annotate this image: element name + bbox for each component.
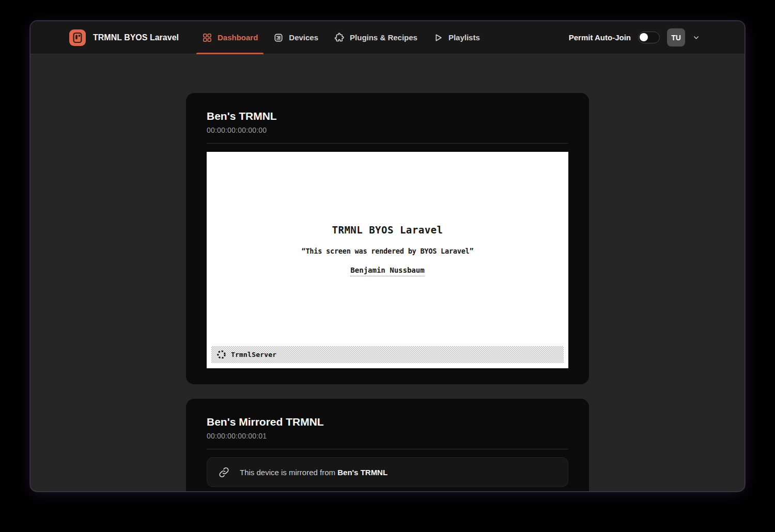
- spinner-icon: [216, 350, 226, 359]
- toggle-knob: [640, 33, 648, 41]
- desktop-background: TRMNL BYOS Laravel Dashboard: [0, 0, 775, 532]
- app-logo-icon: [69, 29, 86, 46]
- play-icon: [433, 33, 443, 43]
- permit-auto-join-label: Permit Auto-Join: [569, 33, 631, 42]
- mirror-notice: This device is mirrored from Ben's TRMNL: [207, 457, 568, 487]
- nav-item-dashboard[interactable]: Dashboard: [194, 21, 266, 54]
- card-divider: [207, 449, 568, 449]
- main-nav: Dashboard Devices: [194, 21, 488, 54]
- app-title: TRMNL BYOS Laravel: [93, 33, 179, 42]
- device-card-bens-trmnl: Ben's TRMNL 00:00:00:00:00:00 TRMNL BYOS…: [186, 93, 589, 384]
- screen-quote: “This screen was rendered by BYOS Larave…: [207, 247, 568, 255]
- device-mac-address: 00:00:00:00:00:00: [207, 126, 568, 134]
- nav-item-label: Devices: [289, 33, 318, 42]
- card-divider: [207, 143, 568, 144]
- devices-list-icon: [273, 33, 284, 43]
- device-name: Ben's Mirrored TRMNL: [207, 416, 568, 428]
- nav-item-plugins-recipes[interactable]: Plugins & Recipes: [326, 21, 425, 54]
- chevron-down-icon[interactable]: [692, 34, 700, 41]
- screen-author-row: Benjamin Nussbaum: [207, 265, 568, 276]
- device-name: Ben's TRMNL: [207, 110, 568, 122]
- app-window: TRMNL BYOS Laravel Dashboard: [30, 21, 745, 492]
- dashboard-content: Ben's TRMNL 00:00:00:00:00:00 TRMNL BYOS…: [30, 54, 745, 492]
- user-avatar[interactable]: TU: [667, 28, 685, 46]
- device-card-bens-mirrored-trmnl: Ben's Mirrored TRMNL 00:00:00:00:00:01 T…: [186, 399, 589, 492]
- mirror-notice-text: This device is mirrored from Ben's TRMNL: [240, 468, 388, 477]
- device-mac-address: 00:00:00:00:00:01: [207, 432, 568, 440]
- mirror-notice-prefix: This device is mirrored from: [240, 468, 337, 477]
- nav-item-devices[interactable]: Devices: [266, 21, 326, 54]
- screen-title: TRMNL BYOS Laravel: [207, 224, 568, 236]
- link-icon: [218, 466, 230, 478]
- nav-item-label: Playlists: [448, 33, 480, 42]
- brand[interactable]: TRMNL BYOS Laravel: [69, 29, 179, 46]
- puzzle-piece-icon: [334, 32, 345, 43]
- nav-item-playlists[interactable]: Playlists: [425, 21, 488, 54]
- nav-item-label: Dashboard: [218, 33, 258, 42]
- avatar-initials: TU: [671, 34, 681, 42]
- screen-author: Benjamin Nussbaum: [350, 266, 424, 276]
- nav-item-label: Plugins & Recipes: [350, 33, 417, 42]
- top-navbar: TRMNL BYOS Laravel Dashboard: [30, 21, 745, 54]
- device-screen-preview: TRMNL BYOS Laravel “This screen was rend…: [207, 152, 568, 368]
- navbar-right-cluster: Permit Auto-Join TU: [569, 28, 700, 46]
- screen-status-label: TrmnlServer: [231, 351, 276, 358]
- mirror-source-name: Ben's TRMNL: [337, 468, 388, 477]
- permit-auto-join-toggle[interactable]: [638, 32, 660, 43]
- screen-status-bar: TrmnlServer: [211, 346, 564, 363]
- dashboard-grid-icon: [202, 33, 212, 43]
